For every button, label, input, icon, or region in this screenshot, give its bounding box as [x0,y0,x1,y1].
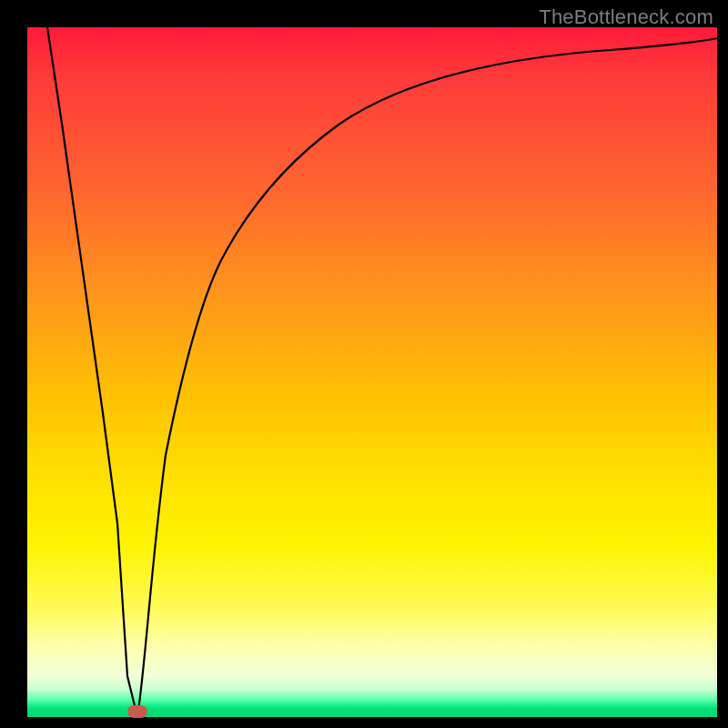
bottleneck-curve [27,27,717,717]
watermark-text: TheBottleneck.com [539,5,713,29]
plot-area [27,27,717,717]
optimal-marker [127,705,147,718]
chart-frame: TheBottleneck.com [0,0,728,728]
